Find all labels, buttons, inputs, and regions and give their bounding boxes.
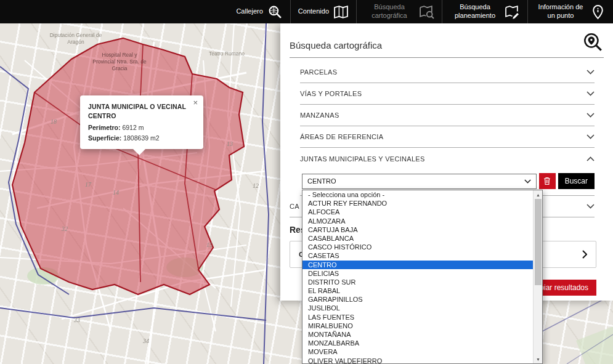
dropdown-option[interactable]: CASCO HISTÓRICO	[302, 243, 533, 251]
nav-label: Información de un punto	[535, 3, 586, 20]
chevron-down-icon	[587, 134, 595, 139]
delete-button[interactable]	[539, 173, 556, 189]
district-number: 32	[62, 225, 68, 232]
divider	[290, 57, 604, 58]
section-vias-portales[interactable]: VÍAS Y PORTALES	[300, 83, 595, 105]
section-label: CA	[290, 203, 299, 210]
perimeter-value: 6912 m	[122, 124, 144, 131]
close-icon[interactable]: ×	[193, 99, 198, 107]
chevron-down-icon	[587, 70, 595, 75]
panel-title: Búsqueda cartográfica	[290, 40, 382, 51]
section-label: ÁREAS DE REFERENCIA	[300, 133, 383, 140]
district-centro-polygon	[12, 38, 244, 294]
trash-icon	[543, 177, 551, 185]
nav-callejero[interactable]: Callejero	[229, 0, 290, 23]
dropdown-option[interactable]: MIRALBUENO	[302, 322, 533, 330]
dropdown-option[interactable]: MONZALBARBA	[302, 339, 533, 347]
point-info-icon	[590, 4, 606, 20]
map-search-pin-icon	[582, 31, 604, 54]
scroll-up-icon[interactable]: ▲	[534, 190, 543, 199]
select-value: CENTRO	[307, 177, 336, 185]
dropdown-option[interactable]: JUSLIBOL	[302, 304, 533, 312]
top-navigation-bar: Callejero Contenido Búsqueda cartográfic…	[0, 0, 613, 23]
section-label: PARCELAS	[300, 68, 337, 76]
area-label: Superficie:	[88, 134, 121, 142]
dropdown-options: - Selecciona una opción - ACTUR REY FERN…	[302, 190, 533, 364]
nav-label: Búsqueda planeamiento	[450, 3, 500, 20]
magnifier-globe-icon	[267, 4, 283, 20]
section-label: JUNTAS MUNICIPALES Y VECINALES	[300, 155, 425, 163]
nav-label: Callejero	[236, 7, 262, 16]
popup-area: Superficie: 1808639 m2	[88, 134, 195, 142]
chevron-down-icon	[524, 179, 531, 184]
buscar-button[interactable]: Buscar	[558, 173, 595, 189]
section-parcelas[interactable]: PARCELAS	[300, 62, 595, 83]
dropdown-option[interactable]: ACTUR REY FERNANDO	[302, 199, 533, 208]
dropdown-option[interactable]: CASETAS	[302, 251, 533, 260]
scrollbar-thumb[interactable]	[535, 199, 542, 285]
juntas-dropdown-list: - Selecciona una opción - ACTUR REY FERN…	[302, 190, 543, 364]
dropdown-option[interactable]: - Selecciona una opción -	[302, 190, 533, 199]
nav-busqueda-cartografica[interactable]: Búsqueda cartográfica	[356, 0, 442, 23]
section-areas-referencia[interactable]: ÁREAS DE REFERENCIA	[300, 126, 595, 148]
dropdown-option[interactable]: LAS FUENTES	[302, 313, 533, 322]
nav-label: Búsqueda cartográfica	[364, 3, 415, 20]
folded-map-icon	[333, 4, 349, 20]
dropdown-option[interactable]: MONTAÑANA	[302, 330, 533, 339]
section-label: VÍAS Y PORTALES	[300, 90, 362, 97]
dropdown-option[interactable]: ALMOZARA	[302, 217, 533, 225]
popup-title: JUNTA MUNICIPAL O VECINAL CENTRO	[88, 102, 187, 121]
dropdown-option[interactable]: GARRAPINILLOS	[302, 295, 533, 304]
area-value: 1808639 m2	[123, 134, 159, 142]
map-label-hospital: Hospital Real y Provincial Ntra. Sra. de…	[91, 52, 148, 72]
panel-header: Búsqueda cartográfica	[280, 23, 613, 57]
accordion-sections: PARCELAS VÍAS Y PORTALES MANZANAS ÁREAS …	[300, 62, 595, 169]
section-manzanas[interactable]: MANZANAS	[300, 105, 595, 126]
district-number: 15	[206, 241, 213, 248]
nav-contenido[interactable]: Contenido	[290, 0, 356, 23]
section-label: MANZANAS	[300, 111, 339, 119]
dropdown-option[interactable]: DELICIAS	[302, 269, 533, 278]
chevron-down-icon	[587, 91, 595, 96]
map-search-icon	[419, 4, 434, 20]
dropdown-option[interactable]: ALFOCEA	[302, 208, 533, 216]
feature-popup: × JUNTA MUNICIPAL O VECINAL CENTRO Perím…	[80, 95, 203, 149]
section-juntas-municipales[interactable]: JUNTAS MUNICIPALES Y VECINALES	[300, 148, 595, 169]
popup-perimeter: Perímetro: 6912 m	[88, 124, 195, 131]
map-label-diputacion: Diputación General de Aragón	[48, 32, 104, 46]
district-number: 12	[253, 182, 259, 189]
dropdown-option[interactable]: CARTUJA BAJA	[302, 225, 533, 234]
dropdown-option[interactable]: MOVERA	[302, 347, 533, 356]
scroll-down-icon[interactable]: ▼	[534, 355, 543, 363]
chevron-down-icon	[587, 113, 595, 118]
map-label-teatro: Teatro Romano	[208, 51, 245, 57]
chevron-up-icon	[587, 156, 595, 161]
map-planning-icon	[505, 4, 520, 20]
perimeter-label: Perímetro:	[88, 124, 121, 131]
nav-informacion-punto[interactable]: Información de un punto	[527, 0, 613, 23]
nav-busqueda-planeamiento[interactable]: Búsqueda planeamiento	[442, 0, 527, 23]
district-number: 33	[74, 317, 80, 323]
dropdown-option[interactable]: OLIVER VALDEFIERRO	[302, 357, 533, 364]
district-number: 34	[143, 338, 149, 344]
chevron-right-icon	[582, 250, 587, 259]
district-number: 18	[51, 118, 57, 125]
juntas-select[interactable]: CENTRO	[302, 174, 537, 189]
nav-label: Contenido	[298, 7, 329, 16]
chevron-down-icon	[587, 204, 595, 209]
district-number: 13	[227, 140, 233, 147]
dropdown-scrollbar[interactable]: ▲ ▼	[533, 190, 542, 363]
dropdown-option[interactable]: EL RABAL	[302, 286, 533, 295]
district-number: 17	[85, 181, 91, 188]
dropdown-option[interactable]: CENTRO	[302, 261, 533, 269]
dropdown-option[interactable]: DISTRITO SUR	[302, 278, 533, 286]
district-number: 14	[113, 189, 119, 196]
dropdown-option[interactable]: CASABLANCA	[302, 234, 533, 243]
